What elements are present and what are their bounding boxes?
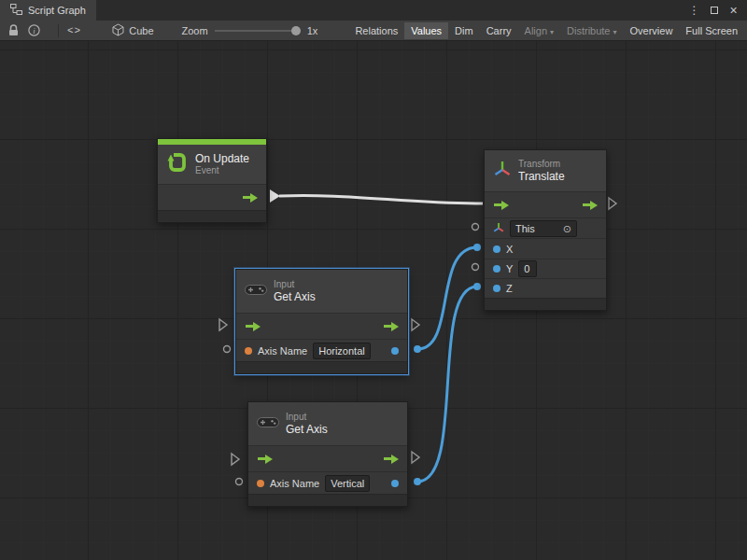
flow-row: [248, 445, 407, 471]
wire-on-update-to-translate[interactable]: [279, 195, 483, 203]
carry-button[interactable]: Carry: [480, 22, 518, 39]
x-label: X: [506, 244, 513, 255]
cube-icon: [112, 23, 124, 38]
axis-name-field[interactable]: Horizontal: [313, 343, 371, 359]
on-update-event-icon: [166, 151, 189, 177]
this-field-value: This: [515, 222, 535, 235]
zoom-slider[interactable]: [215, 25, 301, 36]
value-output-port[interactable]: [391, 347, 399, 355]
y-value-port[interactable]: [493, 265, 500, 273]
wire-endpoint[interactable]: [473, 283, 481, 290]
align-label: Align: [525, 25, 547, 36]
this-object-field[interactable]: This ⊙: [510, 220, 577, 237]
chevron-down-icon: ▾: [613, 28, 617, 36]
node-footer: [485, 298, 606, 310]
carry-label: Carry: [486, 25, 512, 36]
chevron-down-icon: ▾: [550, 28, 554, 36]
flow-input-port[interactable]: [257, 454, 273, 465]
axis-name-port[interactable]: [245, 347, 252, 355]
close-button[interactable]: ×: [726, 2, 741, 19]
align-dropdown-button[interactable]: Align▾: [518, 22, 560, 39]
script-graph-window: Script Graph ⋮ × i <> Cube Zoom: [0, 0, 747, 560]
node-on-update[interactable]: On Update Event: [157, 138, 267, 223]
flow-input-port[interactable]: [493, 200, 509, 211]
node-title: Get Axis: [274, 290, 316, 303]
wire-endpoint[interactable]: [473, 244, 481, 251]
port-getaxis1-flow-out[interactable]: [412, 319, 419, 330]
values-label: Values: [411, 25, 442, 36]
axis-name-row: Axis Name Horizontal: [236, 339, 407, 361]
transform-axes-icon: [493, 160, 512, 182]
graph-canvas[interactable]: On Update Event Transform Translate: [0, 41, 747, 560]
flow-output-port[interactable]: [242, 192, 258, 203]
flow-output-port[interactable]: [383, 454, 399, 465]
flow-row: [485, 191, 606, 217]
wire-endpoint[interactable]: [414, 478, 421, 485]
port-getaxis2-flow-out[interactable]: [412, 452, 419, 463]
node-subtitle: Event: [195, 165, 249, 176]
z-label: Z: [506, 283, 513, 294]
fullscreen-label: Full Screen: [685, 25, 738, 36]
port-translate-this-input[interactable]: [472, 224, 479, 231]
info-icon[interactable]: i: [23, 21, 45, 41]
port-translate-flow-out[interactable]: [609, 198, 616, 209]
flow-output-port[interactable]: [582, 200, 598, 211]
port-getaxis1-flow-in[interactable]: [219, 319, 227, 330]
port-getaxis2-flow-in[interactable]: [232, 454, 239, 465]
dim-label: Dim: [455, 25, 473, 36]
z-value-port[interactable]: [493, 285, 500, 292]
relations-button[interactable]: Relations: [348, 22, 404, 39]
overview-label: Overview: [630, 25, 673, 36]
flow-wire-arrowhead-icon[interactable]: [270, 189, 280, 203]
flow-row: [158, 184, 266, 210]
lock-icon[interactable]: [4, 21, 23, 41]
window-menu-button[interactable]: ⋮: [686, 2, 702, 19]
fullscreen-button[interactable]: Full Screen: [679, 22, 744, 39]
distribute-dropdown-button[interactable]: Distribute▾: [560, 22, 623, 39]
wire-vertical-to-z[interactable]: [417, 287, 477, 482]
maximize-icon: [711, 7, 718, 14]
axis-name-port[interactable]: [257, 480, 264, 487]
maximize-button[interactable]: [706, 2, 722, 19]
zoom-control: Zoom 1x: [182, 25, 318, 36]
tab-script-graph[interactable]: Script Graph: [0, 0, 96, 21]
graph-target-label: Cube: [129, 25, 153, 36]
node-category: Input: [286, 412, 328, 423]
this-row: This ⊙: [485, 217, 606, 238]
zoom-value: 1x: [307, 25, 318, 36]
x-value-port[interactable]: [493, 245, 500, 253]
mini-axes-icon: [493, 220, 504, 237]
graph-target[interactable]: Cube: [112, 23, 153, 38]
wire-endpoint[interactable]: [414, 345, 421, 353]
node-get-axis-vertical[interactable]: Input Get Axis Axis Name Vertical: [247, 401, 408, 507]
node-footer: [248, 494, 407, 506]
node-title: Translate: [518, 170, 565, 183]
node-category: Transform: [518, 159, 565, 170]
y-value-field[interactable]: 0: [518, 260, 537, 277]
axis-name-label: Axis Name: [258, 345, 307, 357]
script-graph-icon: [10, 4, 22, 17]
flow-output-port[interactable]: [383, 321, 399, 332]
overview-button[interactable]: Overview: [624, 22, 680, 39]
toolbar-buttons: Relations Values Dim Carry Align▾ Distri…: [348, 21, 747, 41]
value-output-port[interactable]: [391, 480, 399, 487]
node-get-axis-horizontal[interactable]: Input Get Axis Axis Name Horizontal: [235, 269, 408, 374]
zoom-slider-track[interactable]: [215, 30, 301, 32]
gamepad-icon: [245, 283, 267, 300]
port-translate-y-input[interactable]: [472, 264, 479, 271]
axis-name-field[interactable]: Vertical: [325, 475, 370, 492]
window-controls: ⋮ ×: [686, 0, 747, 21]
dim-button[interactable]: Dim: [448, 22, 480, 39]
wire-horizontal-to-x[interactable]: [417, 247, 477, 349]
node-header: Input Get Axis: [248, 402, 407, 445]
tab-bar-spacer: [96, 0, 686, 21]
tab-title: Script Graph: [28, 5, 86, 16]
node-translate[interactable]: Transform Translate This ⊙ X: [484, 149, 607, 311]
flow-input-port[interactable]: [245, 321, 261, 332]
code-view-button[interactable]: <>: [63, 21, 86, 41]
node-category: Input: [274, 279, 316, 290]
port-axisname-horizontal-input[interactable]: [224, 346, 231, 353]
zoom-slider-handle[interactable]: [291, 26, 301, 35]
port-axisname-vertical-input[interactable]: [236, 479, 243, 485]
values-button[interactable]: Values: [404, 22, 448, 39]
